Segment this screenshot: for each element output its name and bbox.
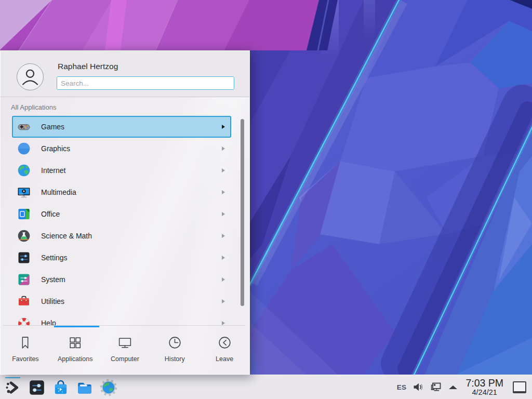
scrollbar-thumb[interactable] [241,119,244,306]
menu-header: Raphael Hertzog [1,51,249,97]
kickoff-icon [4,379,22,396]
submenu-arrow-icon [222,256,225,260]
show-desktop-button[interactable] [513,381,526,393]
taskbar-launchers [0,375,117,399]
media-player-icon [17,185,31,199]
flask-icon [17,229,31,243]
submenu-arrow-icon [222,147,225,151]
volume-icon[interactable] [411,381,424,393]
expand-tray-caret-icon[interactable] [449,385,457,389]
category-list: Games Graphics Internet [12,116,231,325]
submenu-arrow-icon [222,168,225,172]
desktop: Raphael Hertzog All Applications Games [0,0,532,399]
submenu-arrow-icon [222,190,225,194]
system-tray: ES 7:03 PM 4/24/21 [397,378,532,396]
tab-computer[interactable]: Computer [100,327,150,375]
category-label: Internet [41,166,222,175]
documents-icon [17,207,31,221]
web-browser-button[interactable] [100,379,117,396]
lifebuoy-icon [17,316,31,325]
category-help[interactable]: Help [12,312,231,325]
globe-gear-icon [100,379,117,396]
keyboard-layout-indicator[interactable]: ES [397,383,407,391]
user-name: Raphael Hertzog [58,62,118,71]
tab-favorites[interactable]: Favorites [1,327,50,375]
tab-label: Leave [216,355,233,363]
category-graphics[interactable]: Graphics [12,138,231,159]
gamepad-icon [17,120,31,134]
tab-history[interactable]: History [150,327,200,375]
wired-network-icon[interactable] [429,381,443,393]
digital-clock[interactable]: 7:03 PM 4/24/21 [466,378,503,396]
clock-date: 4/24/21 [466,389,503,396]
user-avatar-icon[interactable] [17,63,44,90]
tab-applications[interactable]: Applications [50,327,100,375]
submenu-arrow-icon [222,212,225,216]
submenu-arrow-icon [222,234,225,238]
category-label: System [41,275,222,284]
tab-label: Applications [58,355,92,363]
bookmark-icon [18,335,33,352]
category-label: Games [41,123,222,131]
history-clock-icon [167,335,182,352]
category-utilities[interactable]: Utilities [12,290,231,312]
tab-label: Computer [111,355,139,363]
category-system[interactable]: System [12,269,231,290]
footer-divider [3,325,245,326]
category-settings[interactable]: Settings [12,247,231,269]
category-internet[interactable]: Internet [12,159,231,181]
category-label: Science & Math [41,232,222,240]
file-manager-button[interactable] [76,379,94,396]
system-sliders-icon [17,273,31,286]
category-label: Utilities [41,297,222,305]
tab-label: History [165,355,185,363]
category-label: Help [41,319,222,325]
sliders-icon [17,251,31,264]
tab-label: Favorites [12,355,38,363]
category-label: Settings [41,254,222,262]
tab-leave[interactable]: Leave [200,327,249,375]
settings-sliders-icon [28,379,46,396]
menu-tab-bar: Favorites Applications Computer [1,327,249,375]
search-input[interactable] [57,76,234,90]
section-label: All Applications [11,103,56,111]
clock-time: 7:03 PM [466,378,503,388]
application-launcher-menu: Raphael Hertzog All Applications Games [0,50,250,375]
category-label: Office [41,210,222,218]
computer-icon [117,335,132,352]
category-label: Multimedia [41,188,222,196]
application-launcher-button[interactable] [4,379,22,396]
folder-icon [76,379,94,396]
discover-button[interactable] [52,379,70,396]
category-office[interactable]: Office [12,203,231,225]
toolbox-icon [17,295,31,308]
shopping-bag-icon [52,379,70,396]
category-label: Graphics [41,144,222,153]
system-settings-button[interactable] [28,379,46,396]
submenu-arrow-icon [222,125,225,129]
category-science-math[interactable]: Science & Math [12,225,231,247]
app-grid-icon [68,335,83,352]
category-games[interactable]: Games [12,116,231,138]
submenu-arrow-icon [222,299,225,303]
globe-icon [17,164,31,177]
sphere-icon [17,142,31,155]
leave-icon [217,335,232,352]
submenu-arrow-icon [222,321,225,325]
category-multimedia[interactable]: Multimedia [12,181,231,203]
taskbar: ES 7:03 PM 4/24/21 [0,375,532,399]
submenu-arrow-icon [222,277,225,282]
